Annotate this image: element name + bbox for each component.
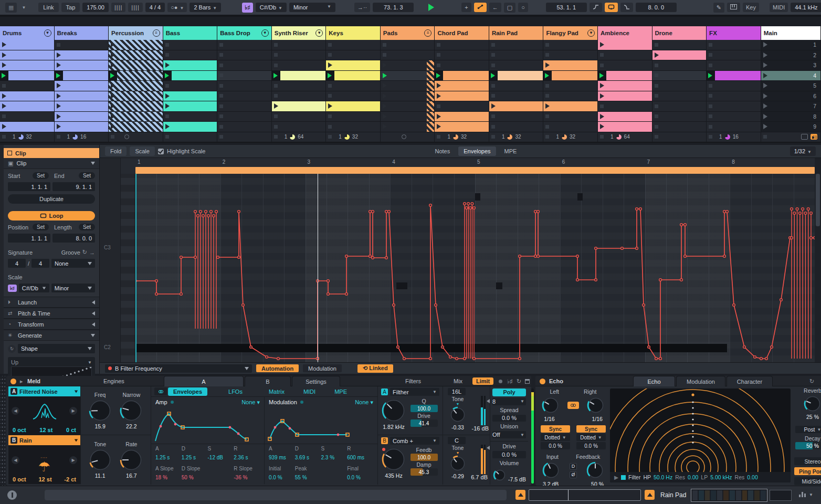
groove-hotswap-icon[interactable]: ↻ xyxy=(82,249,87,256)
clip-slot[interactable] xyxy=(326,112,380,122)
amp-release[interactable]: 2.36 s xyxy=(234,455,260,463)
clip-slot[interactable] xyxy=(381,112,435,122)
next-engine-icon[interactable]: ▶ xyxy=(69,407,77,415)
loop-button[interactable]: Loop xyxy=(8,211,95,220)
clip-slot[interactable] xyxy=(652,60,707,70)
filter-b-feedb[interactable]: 100.0 xyxy=(410,454,438,461)
clip-slot[interactable] xyxy=(326,50,380,60)
loop-length-field[interactable]: 8. 0. 0 xyxy=(636,3,677,12)
clip-end-field[interactable]: 9. 1. 1 xyxy=(52,182,95,191)
engine-b-rate-knob[interactable] xyxy=(119,448,143,472)
echo-right-time-knob[interactable] xyxy=(586,396,605,415)
clip-slot[interactable] xyxy=(381,71,435,81)
clip-slot[interactable] xyxy=(435,101,489,111)
track-header-bass[interactable]: Bass xyxy=(163,26,218,40)
echo-input-knob[interactable] xyxy=(542,461,561,480)
clip-slot[interactable] xyxy=(217,122,271,132)
clip-slot[interactable] xyxy=(109,101,163,111)
loop-brace[interactable] xyxy=(135,167,815,174)
clip-slot[interactable] xyxy=(652,91,707,101)
mix-a-tone-knob[interactable] xyxy=(449,406,467,424)
clip-slot[interactable] xyxy=(598,122,652,132)
clip-slot[interactable] xyxy=(109,91,163,101)
clip-section-header[interactable]: ▣Clip xyxy=(4,158,99,169)
amp-sustain[interactable]: -12 dB xyxy=(208,455,234,463)
clip-slot[interactable] xyxy=(217,101,271,111)
clip-slot[interactable] xyxy=(489,91,543,101)
scale-icon[interactable]: ♭♯ xyxy=(8,285,17,292)
clip-slot[interactable] xyxy=(543,81,597,91)
engine-a-type-menu[interactable]: Filtered Noise xyxy=(19,388,58,395)
punch-in-icon[interactable] xyxy=(590,3,602,12)
clip-slot[interactable] xyxy=(217,50,271,60)
arrangement-position-field[interactable]: 73. 1. 3 xyxy=(373,3,414,12)
clip-slot[interactable] xyxy=(109,71,163,81)
clip-slot[interactable] xyxy=(381,60,435,70)
clip-slot[interactable] xyxy=(543,112,597,122)
link-button[interactable]: Link xyxy=(38,3,58,12)
clip-slot[interactable] xyxy=(598,112,652,122)
shape-type-menu[interactable]: Up xyxy=(11,359,18,365)
clip-slot[interactable] xyxy=(163,101,217,111)
info-view-icon[interactable] xyxy=(7,490,17,500)
amp-r-slope[interactable]: -36 % xyxy=(234,475,260,483)
track-header-breaks[interactable]: Breaks xyxy=(55,26,109,40)
automation-tab[interactable]: Automation xyxy=(256,364,299,372)
right-offset-field[interactable]: 0.0 % xyxy=(576,442,606,449)
clip-slot[interactable] xyxy=(55,50,109,60)
clip-tab[interactable]: Clip xyxy=(4,148,99,158)
track-header-bass-drop[interactable]: Bass Drop▼ xyxy=(217,26,272,40)
pan-a-field[interactable]: 16L xyxy=(448,388,466,395)
midi-map-button[interactable]: MIDI xyxy=(770,3,788,12)
device-title[interactable]: Meld xyxy=(27,376,40,386)
right-sync-button[interactable]: Sync xyxy=(576,425,606,433)
clip-slot[interactable] xyxy=(435,112,489,122)
mod-envelope-graph[interactable] xyxy=(265,407,377,444)
route-stereo-button[interactable]: Stereo xyxy=(794,457,821,465)
grid-setting-menu[interactable]: 1/32▼ xyxy=(790,146,816,156)
subtab-lfos[interactable]: LFOs xyxy=(223,387,248,396)
signature-numerator-field[interactable]: 4 xyxy=(8,259,26,268)
scene-slot-5[interactable]: 5 xyxy=(761,81,821,91)
scene-slot-3[interactable]: 3 xyxy=(761,60,821,70)
save-preset-icon[interactable] xyxy=(525,376,530,386)
key-scale-menu[interactable]: Minor▼ xyxy=(289,3,335,12)
clip-slot[interactable] xyxy=(489,50,543,60)
engine-b-cents[interactable]: -2 ct xyxy=(64,476,76,482)
modulation-tab[interactable]: Modulation xyxy=(303,364,342,372)
chevron-circle-icon[interactable]: ▼ xyxy=(315,29,323,37)
amp-envelope-graph[interactable] xyxy=(151,407,264,444)
meld-tab-settings[interactable]: Settings xyxy=(292,376,340,386)
track-header-chord-pad[interactable]: Chord Pad xyxy=(435,26,489,40)
clip-slot[interactable] xyxy=(55,81,109,91)
set-position-button[interactable]: Set xyxy=(33,224,49,230)
clip-slot[interactable] xyxy=(598,101,652,111)
scale-awareness-icon[interactable]: ♭♯ xyxy=(507,376,513,386)
clip-slot[interactable] xyxy=(652,112,707,122)
device-dock-handle[interactable] xyxy=(0,376,5,486)
left-sync-button[interactable]: Sync xyxy=(541,425,570,433)
track-header-main[interactable]: Main xyxy=(761,26,821,40)
clip-slot[interactable] xyxy=(109,81,163,91)
track-status-rain-pad[interactable]: 132 xyxy=(489,132,544,142)
clip-slot[interactable] xyxy=(217,112,271,122)
mix-b-tone-knob[interactable] xyxy=(449,455,467,472)
clip-slot[interactable] xyxy=(707,112,761,122)
left-offset-field[interactable]: 0.0 % xyxy=(541,442,570,449)
stereo-link-icon[interactable] xyxy=(567,402,579,409)
loop-position-field[interactable]: 1. 1. 1 xyxy=(8,234,50,243)
clip-slot[interactable] xyxy=(707,71,761,81)
subtab-midi[interactable]: MIDI xyxy=(298,387,321,396)
clip-slot[interactable] xyxy=(326,91,380,101)
filter-on-icon[interactable] xyxy=(621,475,626,480)
track-status-bass[interactable] xyxy=(163,132,218,142)
amp-mod-menu[interactable]: None ▾ xyxy=(241,399,260,406)
clip-slot[interactable] xyxy=(0,91,54,101)
main-status[interactable] xyxy=(761,132,821,142)
engine-a-freq-knob[interactable] xyxy=(88,398,112,423)
nudge-down-icon[interactable]: |||| xyxy=(111,3,125,12)
scene-slot-4[interactable]: 4 xyxy=(761,71,821,81)
clip-slot[interactable] xyxy=(435,40,489,50)
echo-left-time[interactable]: 1/16 xyxy=(544,416,554,422)
amp-a-slope[interactable]: 18 % xyxy=(155,475,182,483)
